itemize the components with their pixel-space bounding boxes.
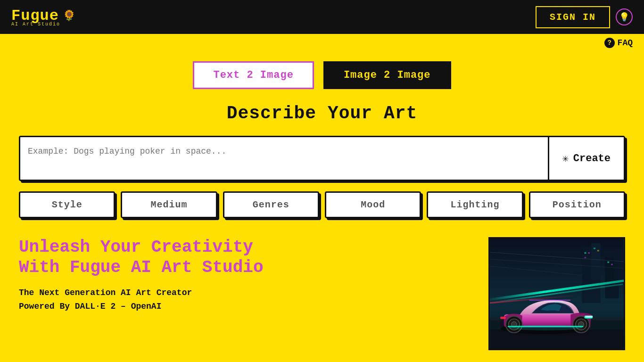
bottom-text: Unleash Your Creativity With Fugue AI Ar… (19, 237, 470, 313)
section-heading: Describe Your Art (19, 103, 625, 123)
svg-rect-10 (607, 262, 609, 263)
create-label: Create (573, 153, 611, 165)
medium-button[interactable]: Medium (121, 191, 217, 218)
bell-icon: 💡 (619, 12, 629, 22)
svg-rect-6 (588, 252, 590, 254)
tab-image2image[interactable]: Image 2 Image (323, 61, 451, 89)
position-button[interactable]: Position (529, 191, 625, 218)
svg-rect-2 (591, 243, 601, 280)
nav-right: SIGN IN 💡 (536, 6, 633, 28)
mood-button[interactable]: Mood (325, 191, 421, 218)
car-scene-svg (490, 239, 624, 349)
svg-rect-9 (597, 250, 599, 251)
sign-in-button[interactable]: SIGN IN (536, 6, 610, 28)
lighting-button[interactable]: Lighting (427, 191, 523, 218)
svg-rect-33 (585, 316, 593, 318)
logo-container: Fugue 🌻 AI Art Studio (11, 7, 75, 27)
desc-line1: The Next Generation AI Art Creator (19, 286, 470, 300)
svg-rect-11 (611, 264, 613, 265)
genres-button[interactable]: Genres (223, 191, 319, 218)
faq-label: FAQ (618, 38, 633, 48)
tabs-row: Text 2 Image Image 2 Image (19, 61, 625, 89)
logo-flower-icon: 🌻 (63, 9, 75, 22)
preview-image (488, 237, 625, 350)
svg-rect-34 (500, 317, 506, 319)
art-description-input[interactable] (20, 137, 548, 180)
sparkle-icon: ✳ (562, 152, 569, 165)
tab-text2image[interactable]: Text 2 Image (193, 61, 314, 89)
creativity-line2: With Fugue AI Art Studio (19, 257, 470, 278)
desc-line2: Powered By DALL·E 2 – OpenAI (19, 300, 470, 313)
svg-rect-5 (585, 252, 586, 254)
logo-subtitle: AI Art Studio (11, 22, 60, 27)
svg-rect-7 (585, 257, 586, 258)
creativity-line1: Unleash Your Creativity (19, 237, 470, 257)
bottom-description: The Next Generation AI Art Creator Power… (19, 286, 470, 313)
faq-row: ? FAQ (0, 34, 644, 52)
options-row: Style Medium Genres Mood Lighting Positi… (19, 191, 625, 218)
svg-point-31 (509, 325, 582, 330)
notification-button[interactable]: 💡 (616, 8, 633, 25)
creativity-heading: Unleash Your Creativity With Fugue AI Ar… (19, 237, 470, 278)
bottom-section: Unleash Your Creativity With Fugue AI Ar… (19, 237, 625, 350)
svg-rect-35 (529, 300, 571, 301)
style-button[interactable]: Style (19, 191, 115, 218)
create-button[interactable]: ✳ Create (548, 137, 624, 180)
svg-rect-8 (594, 248, 595, 249)
navbar: Fugue 🌻 AI Art Studio SIGN IN 💡 (0, 0, 644, 34)
textarea-row: ✳ Create (19, 136, 625, 181)
faq-link[interactable]: ? FAQ (604, 38, 633, 48)
main-content: Text 2 Image Image 2 Image Describe Your… (0, 52, 644, 362)
logo-wrapper: Fugue 🌻 AI Art Studio (11, 7, 75, 27)
faq-icon: ? (604, 38, 615, 48)
